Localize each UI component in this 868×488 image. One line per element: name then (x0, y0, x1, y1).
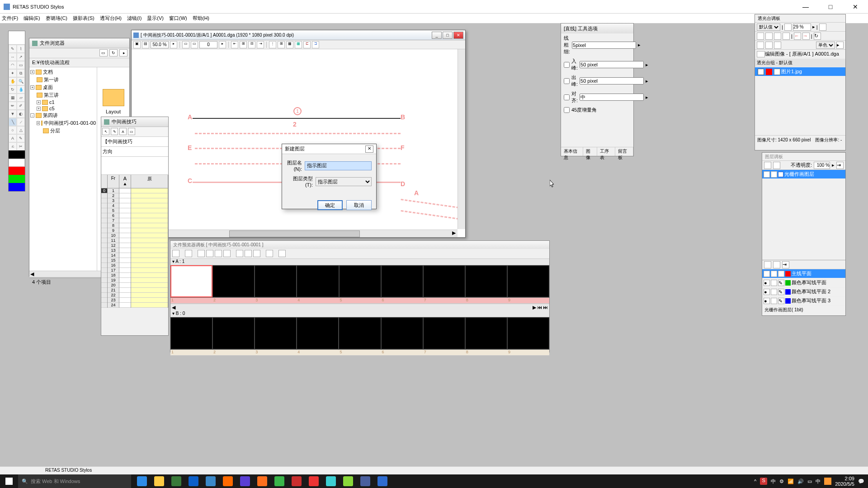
xs-select-button[interactable]: ↖ (102, 128, 109, 135)
tool-cut[interactable]: ✂ (17, 142, 25, 150)
tree-item[interactable]: 第三讲 (44, 92, 59, 99)
pencil-icon[interactable]: ✎ (778, 298, 784, 304)
lt-reg4[interactable] (783, 33, 790, 40)
lp-del-button[interactable] (773, 162, 780, 169)
pencil-icon[interactable]: ✎ (778, 280, 784, 286)
tl-frame[interactable] (339, 317, 381, 349)
eye-icon[interactable]: ● (764, 171, 770, 178)
lt-preset-select[interactable]: 默认值 (757, 23, 780, 31)
tl-scroll-left-icon[interactable]: ◀ (172, 305, 175, 310)
tree-expand-icon[interactable]: + (37, 121, 40, 125)
taskbar-app[interactable] (288, 474, 305, 488)
system-tray[interactable]: ^ S 中 ⚙ 📶 🔊 ▭ 中 2:09 2020/5/5 💬 (750, 476, 868, 487)
tool-rect[interactable]: ▭ (17, 61, 25, 69)
menu-cel[interactable]: 赛璐珞(C) (46, 15, 67, 22)
prev-button[interactable]: ▭ (182, 41, 189, 48)
menu-view[interactable]: 显示(V) (147, 15, 164, 22)
tl-track-b[interactable]: ▾ B : 0 (170, 311, 549, 317)
tree-expand-icon[interactable]: + (30, 70, 34, 74)
layer-name-input[interactable] (305, 161, 372, 170)
dropdown-icon[interactable]: ▸ (638, 42, 641, 48)
menu-edit[interactable]: 编辑(E) (24, 15, 40, 22)
tl-end-button[interactable] (278, 250, 286, 257)
zoom-input[interactable] (151, 41, 169, 48)
eye-icon[interactable]: ● (764, 271, 770, 277)
tl-frame[interactable] (212, 265, 255, 297)
tl-frames-b[interactable] (170, 317, 549, 350)
edit-icon[interactable] (771, 298, 777, 304)
ok-button[interactable]: 确定 (317, 200, 343, 210)
folder-large-icon[interactable] (103, 89, 124, 106)
menu-lighttable[interactable]: 透写台(H) (100, 15, 122, 22)
tree-expand-icon[interactable]: + (37, 107, 41, 111)
tool-bucket[interactable]: ▼ (9, 110, 17, 118)
menu-file[interactable]: 文件(F) (2, 15, 18, 22)
tool-rotate[interactable]: ↻ (9, 85, 17, 94)
tl-play-button[interactable] (266, 250, 273, 257)
lp-del2-button[interactable] (773, 261, 780, 268)
tool-note[interactable]: ✎ (17, 134, 25, 142)
taskbar-app[interactable] (237, 474, 253, 488)
tree-expand-icon[interactable]: + (37, 100, 41, 104)
tool-pencil[interactable]: ✏ (9, 102, 17, 110)
tl-last-icon[interactable]: ⏭ (543, 305, 548, 310)
pencil-icon[interactable]: ✎ (778, 271, 784, 277)
maximize-button[interactable]: □ (821, 3, 840, 10)
tl-cut-button[interactable] (198, 250, 205, 257)
vscroll[interactable] (458, 49, 465, 229)
tl-frame[interactable] (339, 265, 381, 297)
layer-type-select[interactable]: 指示图层 (316, 177, 372, 186)
plane-color-swatch[interactable] (785, 271, 791, 277)
grid5-button[interactable]: ⊏ (303, 41, 311, 48)
lt-next[interactable]: → (802, 33, 810, 40)
eye-icon[interactable]: ● (758, 69, 764, 75)
taskbar-app[interactable] (254, 474, 270, 488)
tree-item[interactable]: 第一讲 (44, 76, 59, 83)
in-input[interactable] (580, 61, 644, 68)
taskbar-app[interactable] (374, 474, 391, 488)
taskbar-app[interactable] (271, 474, 288, 488)
taskbar-app[interactable] (185, 474, 202, 488)
align-input[interactable] (580, 94, 644, 101)
lt-refresh[interactable]: ↻ (814, 33, 821, 40)
tl-frame[interactable] (170, 317, 212, 349)
nav4-button[interactable]: ⇥ (257, 41, 264, 48)
canvas-close-button[interactable]: ✕ (453, 32, 463, 39)
tab-basic[interactable]: 基本信息 (561, 147, 583, 156)
plane-row[interactable]: ●✎颜色摹写线平面 2 (762, 287, 845, 296)
xs-more-button[interactable]: ▭ (128, 128, 135, 135)
lt-color-mode[interactable]: 单色 (816, 42, 835, 49)
tool-arrow[interactable]: ↗ (17, 53, 25, 61)
tl-frame[interactable] (381, 317, 423, 349)
tray-icon[interactable]: ⚙ (779, 479, 784, 484)
nav2-button[interactable]: ⊞ (240, 41, 247, 48)
volume-icon[interactable]: 🔊 (797, 479, 804, 484)
edit-icon[interactable] (771, 289, 777, 295)
tl-track-a[interactable]: ▾ A : 1 (170, 259, 549, 265)
tray-up-icon[interactable]: ^ (754, 479, 756, 484)
onion-button[interactable]: ▤ (142, 41, 149, 48)
tree-collapse-icon[interactable]: - (30, 113, 34, 117)
tool-gradient[interactable]: ◐ (17, 110, 25, 118)
minimize-button[interactable]: — (797, 3, 815, 10)
grid4-button[interactable]: ▦ (295, 41, 302, 48)
tl-frame[interactable] (297, 265, 339, 297)
hscroll[interactable]: ◀▶ (132, 230, 458, 237)
color-blue[interactable] (9, 183, 25, 191)
tool-crop[interactable]: ⧉ (17, 69, 25, 77)
xsheet-grid[interactable]: 0 Fr 12345678910111213141516171819202122… (101, 175, 168, 308)
tl-frame[interactable] (212, 317, 255, 349)
layer-row[interactable]: ● ✎ 光栅作画图层 (762, 170, 845, 179)
tool-line[interactable]: ╲ (9, 118, 17, 126)
fb-tree[interactable]: +文档 第一讲 +桌面 第三讲 +c1 +c5 -第四讲 +中间画技巧-001-… (29, 67, 97, 271)
tl-frame[interactable] (381, 265, 423, 297)
tl-frame[interactable] (297, 317, 339, 349)
tool-erase[interactable]: ▱ (17, 94, 25, 102)
edit-icon[interactable] (771, 271, 777, 277)
fb-newfolder-button[interactable]: ▭ (99, 49, 108, 56)
eye-icon[interactable]: ● (764, 280, 770, 286)
lt-mode-menu[interactable]: ▸ (836, 42, 844, 49)
lp-menu-button[interactable]: ⇥ (836, 162, 844, 169)
menu-filter[interactable]: 滤镜(I) (127, 15, 142, 22)
tool-zoom[interactable]: 🔍 (17, 77, 25, 85)
